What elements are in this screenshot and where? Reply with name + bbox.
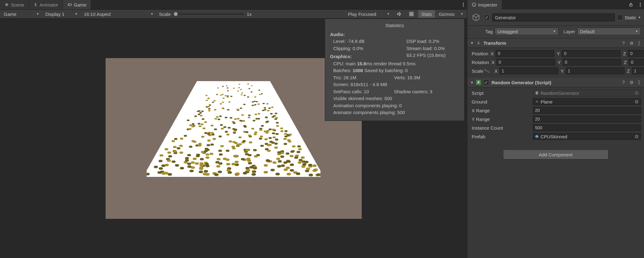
preset-icon[interactable] <box>628 41 635 45</box>
position-y-input[interactable] <box>562 50 620 57</box>
transform-title: Transform <box>483 40 619 46</box>
tab-animator[interactable]: Animator <box>29 0 63 9</box>
component-menu-icon[interactable] <box>637 41 641 45</box>
constrain-proportions-icon[interactable] <box>483 69 490 73</box>
stats-audio-level: Level: -74.8 dB <box>333 38 406 45</box>
slider-handle[interactable] <box>174 12 178 16</box>
chevron-down-icon: ▼ <box>75 12 78 16</box>
inspector-lock-button[interactable] <box>625 0 637 9</box>
foldout-icon: ▼ <box>470 41 474 45</box>
gameobject-icon[interactable] <box>470 12 482 23</box>
tab-context-menu-button[interactable] <box>460 0 467 9</box>
transform-component-header[interactable]: ▼ Transform ? <box>467 39 644 48</box>
chevron-down-icon: ▼ <box>151 12 153 16</box>
tag-dropdown[interactable]: Untagged▼ <box>495 28 559 35</box>
gameobject-name-input[interactable] <box>492 13 615 21</box>
animator-icon <box>33 2 38 7</box>
aspect-dropdown[interactable]: 16:10 Aspect▼ <box>81 10 156 18</box>
editor-tabs: Scene Animator Game <box>0 0 467 9</box>
svg-point-16 <box>639 84 640 85</box>
stats-graphics-header: Graphics: <box>330 53 406 60</box>
add-component-button[interactable]: Add Component <box>503 150 609 159</box>
display-dropdown[interactable]: Display 1▼ <box>43 10 80 18</box>
help-icon[interactable]: ? <box>621 41 626 46</box>
scale-z-input[interactable] <box>632 67 644 74</box>
position-z-input[interactable] <box>628 50 644 57</box>
gameobject-active-checkbox[interactable] <box>484 15 490 20</box>
game-render-content <box>147 76 320 200</box>
stats-verts: Verts: 16.3M <box>394 75 420 80</box>
camera-dropdown[interactable]: Game▼ <box>1 10 42 18</box>
ground-label: Ground <box>470 99 531 104</box>
scale-x-input[interactable] <box>500 67 558 74</box>
statistics-overlay: Statistics Audio: Level: -74.8 dB Clippi… <box>325 19 465 121</box>
svg-point-12 <box>639 43 640 44</box>
rotation-x-input[interactable] <box>497 59 555 66</box>
stats-animator: Animator components playing: 500 <box>333 109 459 116</box>
script-icon: # <box>476 80 481 85</box>
random-generator-component-header[interactable]: ▼ # Random Generator (Script) ? <box>467 78 644 87</box>
chevron-down-icon: ▼ <box>460 12 463 16</box>
stats-screen: Screen: 818x511 - 4.8 MB <box>333 81 459 88</box>
preset-icon[interactable] <box>628 81 635 84</box>
tab-inspector[interactable]: Inspector <box>467 0 502 9</box>
stats-title: Statistics <box>330 22 459 29</box>
gizmos-dropdown[interactable]: Gizmos▼ <box>436 10 466 18</box>
chevron-down-icon: ▼ <box>387 12 390 16</box>
xrange-input[interactable] <box>533 107 641 114</box>
object-picker-icon[interactable]: ⊙ <box>635 134 639 139</box>
scale-y-input[interactable] <box>566 67 624 74</box>
script-field: RandomGenerator ⊙ <box>533 90 641 96</box>
help-icon[interactable]: ? <box>621 80 626 85</box>
scale-slider[interactable] <box>174 13 244 15</box>
stats-tris: Tris: 28.1M <box>333 75 356 80</box>
rotation-z-input[interactable] <box>629 59 644 66</box>
static-checkbox[interactable] <box>617 15 623 20</box>
tag-label: Tag <box>485 29 493 34</box>
svg-point-9 <box>640 4 641 5</box>
layer-dropdown[interactable]: Default▼ <box>577 28 641 35</box>
svg-point-3 <box>463 4 464 5</box>
frame-debugger-button[interactable] <box>406 10 417 18</box>
tab-animator-label: Animator <box>40 2 58 7</box>
scale-value: 1x <box>245 12 254 17</box>
object-picker-icon[interactable]: ⊙ <box>635 99 639 104</box>
scale-label: Scale <box>157 12 173 17</box>
game-viewport[interactable] <box>106 58 362 219</box>
component-menu-icon[interactable] <box>637 80 641 85</box>
object-picker-icon[interactable]: ⊙ <box>635 90 639 96</box>
position-x-input[interactable] <box>496 50 554 57</box>
instance-count-label: Instance Count <box>470 125 531 131</box>
tab-scene[interactable]: Scene <box>0 0 29 9</box>
tab-inspector-label: Inspector <box>478 2 497 7</box>
ground-field[interactable]: Plane ⊙ <box>533 98 641 105</box>
game-toolbar: Game▼ Display 1▼ 16:10 Aspect▼ Scale 1x … <box>0 9 467 19</box>
prefab-field[interactable]: CPUSkinned ⊙ <box>533 133 641 140</box>
stats-audio-header: Audio: <box>330 31 459 38</box>
component-enabled-checkbox[interactable] <box>483 80 489 85</box>
xrange-label: X Range <box>470 108 531 113</box>
inspector-context-menu-button[interactable] <box>637 0 644 9</box>
svg-point-15 <box>639 82 640 83</box>
stats-setpass: SetPass calls: 10 <box>333 89 369 94</box>
prefab-label: Prefab <box>470 134 531 139</box>
scene-icon <box>4 2 9 7</box>
static-label: Static <box>625 15 637 20</box>
yrange-input[interactable] <box>533 116 641 122</box>
stats-skinned: Visible skinned meshes: 500 <box>333 95 459 102</box>
info-icon <box>472 2 476 7</box>
layer-label: Layer <box>564 29 575 34</box>
prefab-ref-icon <box>535 135 539 138</box>
chevron-down-icon: ▼ <box>553 30 556 33</box>
instance-count-input[interactable] <box>533 124 641 131</box>
rotation-y-input[interactable] <box>563 59 621 66</box>
stats-button[interactable]: Stats <box>418 10 435 18</box>
stats-fps: 63.2 FPS (15.8ms) <box>406 52 459 59</box>
chevron-down-icon[interactable]: ▼ <box>638 16 641 19</box>
transform-body: Position X Y Z Rotation X Y Z Scale X Y … <box>467 48 644 78</box>
mute-audio-button[interactable] <box>393 10 405 18</box>
play-mode-dropdown[interactable]: Play Focused▼ <box>346 10 392 18</box>
stats-stream: Stream load: 0.0% <box>406 45 459 52</box>
tab-game[interactable]: Game <box>63 0 91 9</box>
svg-point-0 <box>35 3 36 4</box>
